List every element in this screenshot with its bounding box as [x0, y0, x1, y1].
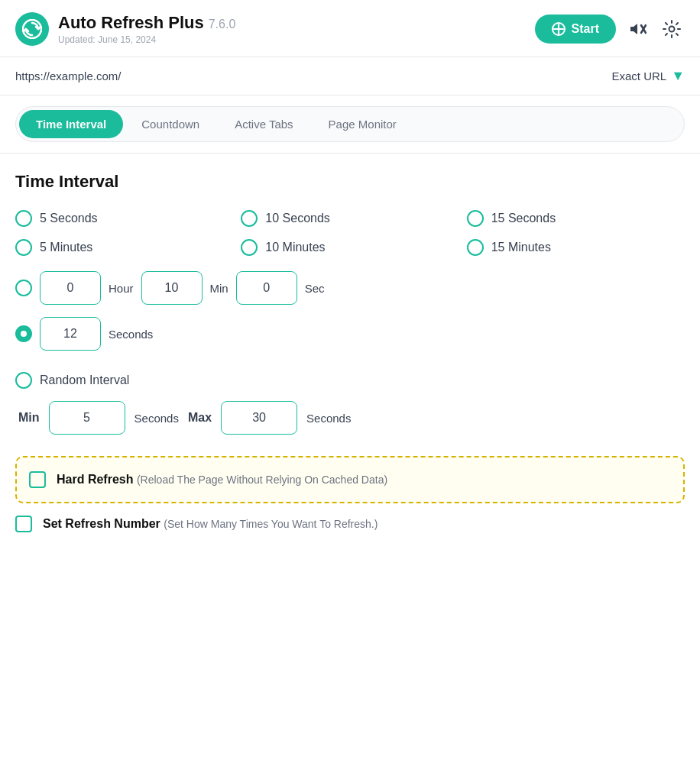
url-bar: https://example.com/ Exact URL ▼ [0, 57, 700, 95]
settings-button[interactable] [659, 16, 685, 42]
hard-refresh-box: Hard Refresh (Reload The Page Without Re… [15, 456, 685, 503]
radio-10m[interactable]: 10 Minutes [241, 239, 459, 256]
hour-label: Hour [109, 282, 134, 295]
sec-label: Sec [305, 282, 325, 295]
url-text: https://example.com/ [15, 70, 611, 82]
tabs-container: Time Interval Countdown Active Tabs Page… [0, 95, 700, 154]
seconds-label: Seconds [109, 328, 153, 341]
min-input[interactable] [141, 271, 203, 305]
radio-circle-random[interactable] [15, 372, 32, 389]
updated-text: Updated: June 15, 2024 [58, 34, 535, 45]
seconds-row: Seconds [15, 317, 685, 351]
max-seconds-label: Seconds [306, 412, 351, 425]
random-interval-row[interactable]: Random Interval [15, 372, 685, 389]
radio-circle-10s [241, 210, 258, 227]
radio-circle-15s [467, 210, 484, 227]
max-label: Max [188, 411, 212, 425]
radio-label-5m: 5 Minutes [40, 241, 92, 254]
random-interval-label: Random Interval [40, 373, 129, 387]
min-seconds-label: Seconds [134, 412, 179, 425]
radio-10s[interactable]: 10 Seconds [241, 210, 459, 227]
tab-countdown[interactable]: Countdown [125, 110, 216, 138]
mute-button[interactable] [625, 17, 650, 41]
radio-circle-10m [241, 239, 258, 256]
radio-label-10s: 10 Seconds [265, 212, 330, 225]
url-match-selector[interactable]: Exact URL ▼ [611, 68, 685, 84]
radio-grid: 5 Seconds 10 Seconds 15 Seconds 5 Minute… [15, 210, 685, 256]
radio-label-5s: 5 Seconds [40, 212, 98, 225]
radio-circle-custom-time[interactable] [15, 280, 32, 296]
section-title: Time Interval [15, 172, 685, 192]
radio-5s[interactable]: 5 Seconds [15, 210, 233, 227]
app-name-text: Auto Refresh Plus [58, 13, 204, 33]
hard-refresh-text: Hard Refresh (Reload The Page Without Re… [57, 473, 387, 487]
radio-circle-15m [467, 239, 484, 256]
hard-refresh-sublabel: (Reload The Page Without Relying On Cach… [137, 474, 387, 486]
chevron-down-icon: ▼ [671, 68, 685, 84]
start-button[interactable]: Start [535, 15, 616, 44]
tabs: Time Interval Countdown Active Tabs Page… [15, 106, 685, 142]
hard-refresh-checkbox[interactable] [29, 471, 46, 488]
set-refresh-label: Set Refresh Number [43, 517, 160, 530]
tab-time-interval[interactable]: Time Interval [19, 110, 123, 138]
radio-label-10m: 10 Minutes [265, 241, 325, 254]
radio-circle-seconds[interactable] [15, 325, 32, 342]
radio-15s[interactable]: 15 Seconds [467, 210, 685, 227]
set-refresh-checkbox[interactable] [15, 516, 32, 532]
min-input[interactable] [49, 401, 125, 435]
min-label: Min [18, 411, 40, 425]
radio-15m[interactable]: 15 Minutes [467, 239, 685, 256]
sec-input[interactable] [236, 271, 297, 305]
tab-page-monitor[interactable]: Page Monitor [312, 110, 413, 138]
start-label: Start [572, 22, 599, 36]
app-header: Auto Refresh Plus 7.6.0 Updated: June 15… [0, 0, 700, 57]
set-refresh-sublabel: (Set How Many Times You Want To Refresh.… [164, 518, 378, 530]
header-actions: Start [535, 15, 685, 44]
tab-active-tabs[interactable]: Active Tabs [218, 110, 309, 138]
hour-input[interactable] [40, 271, 101, 305]
max-input[interactable] [221, 401, 297, 435]
radio-label-15s: 15 Seconds [491, 212, 556, 225]
radio-label-15m: 15 Minutes [491, 241, 551, 254]
radio-circle-5s [15, 210, 32, 227]
set-refresh-text: Set Refresh Number (Set How Many Times Y… [43, 517, 378, 531]
app-title-group: Auto Refresh Plus 7.6.0 Updated: June 15… [58, 13, 535, 45]
radio-circle-5m [15, 239, 32, 256]
set-refresh-row: Set Refresh Number (Set How Many Times Y… [15, 516, 685, 532]
version-text: 7.6.0 [209, 18, 236, 31]
match-type-label: Exact URL [611, 70, 666, 82]
main-content: Time Interval 5 Seconds 10 Seconds 15 Se… [0, 154, 700, 551]
min-label: Min [210, 282, 228, 295]
app-name: Auto Refresh Plus 7.6.0 [58, 13, 535, 33]
min-max-row: Min Seconds Max Seconds [15, 401, 685, 435]
app-logo [15, 12, 49, 46]
svg-point-6 [669, 27, 675, 32]
hard-refresh-label: Hard Refresh [57, 473, 133, 486]
seconds-input[interactable] [40, 317, 101, 351]
radio-5m[interactable]: 5 Minutes [15, 239, 233, 256]
custom-time-row: Hour Min Sec [15, 271, 685, 305]
